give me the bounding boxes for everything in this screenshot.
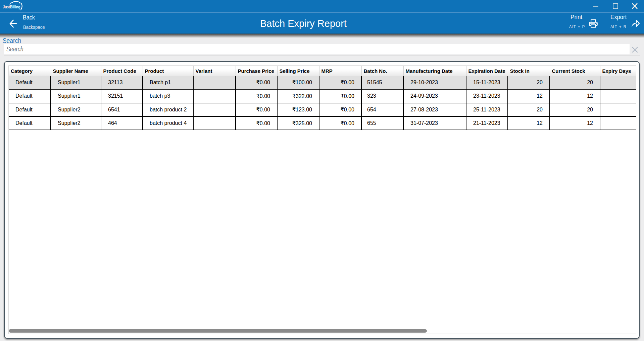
svg-text:JustBilling: JustBilling: [3, 4, 20, 9]
